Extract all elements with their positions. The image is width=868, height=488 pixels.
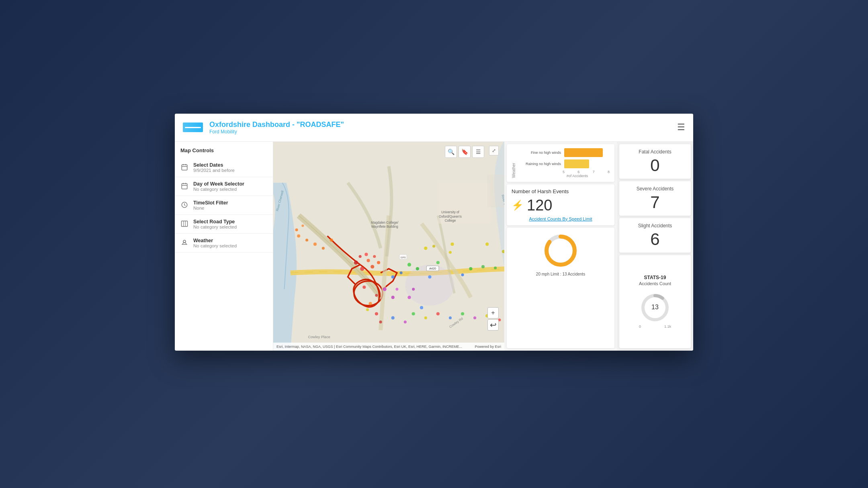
accident-counts-link[interactable]: Accident Counts By Speed Limit [512,216,610,221]
axis-label-6: 6 [577,170,579,174]
hamburger-menu[interactable]: ☰ [677,122,685,133]
weather-bar-container-1 [564,148,610,157]
svg-point-74 [473,316,476,319]
svg-point-33 [359,255,362,257]
weather-yaxis-label: Weather [512,148,516,178]
weather-label-1: Fine no high winds [521,151,561,155]
weather-bar-container-2 [564,159,610,168]
road-icon [180,220,188,228]
svg-point-32 [364,253,368,256]
stats19-title: STATS-19 [644,275,666,280]
svg-point-53 [432,245,435,247]
harsh-events-value: 120 [527,197,552,214]
app-window: Oxfordshire Dashboard - "ROADSAFE" Ford … [175,114,693,351]
speed-limit-label: 20 mph Limit : 13 Accidents [536,272,585,276]
search-map-button[interactable]: 🔍 [445,146,457,158]
svg-point-54 [450,242,454,245]
bookmark-map-button[interactable]: 🔖 [459,146,471,158]
calendar2-icon [180,182,188,190]
harsh-events-title: Number of Harsh Events [512,188,610,194]
zoom-in-button[interactable]: + [487,307,499,319]
svg-point-12 [183,240,186,243]
svg-point-36 [407,263,411,266]
svg-text:Magdalen College/: Magdalen College/ [371,221,399,224]
stats19-subtitle: Accidents Count [639,281,671,286]
header-title-group: Oxfordshire Dashboard - "ROADSAFE" Ford … [209,120,344,135]
svg-point-40 [481,265,485,268]
svg-point-50 [407,296,411,299]
calendar-icon [180,163,188,171]
svg-rect-4 [182,184,187,189]
map-attribution: Esri, Intermap, NASA, NGA, USGS | Esri C… [273,343,504,351]
weather-label: Weather [193,238,237,243]
svg-rect-17 [487,174,504,207]
svg-point-35 [373,255,376,257]
weather-chart: Fine no high winds Raining no high winds [521,148,610,168]
svg-point-52 [424,247,427,250]
svg-point-71 [436,312,440,315]
header: Oxfordshire Dashboard - "ROADSAFE" Ford … [175,114,693,142]
donut-container [542,233,579,269]
svg-text:Cowley Place: Cowley Place [308,335,330,339]
list-map-button[interactable]: ☰ [472,146,484,158]
logo [183,123,203,132]
day-of-week-content: Day of Week Selector No category selecte… [193,181,244,192]
gauge-svg: 13 [639,292,671,324]
clock-icon [180,201,188,209]
sidebar-item-weather[interactable]: Weather No category selected [175,234,273,253]
svg-point-46 [420,306,423,309]
road-type-content: Select Road Type No category selected [193,219,237,229]
svg-point-41 [494,266,497,269]
sidebar: Map Controls Select Dates 9/9/2021 and b… [175,142,273,351]
map-toolbar: 🔍 🔖 ☰ [445,146,484,158]
road-type-label: Select Road Type [193,219,237,225]
svg-point-48 [391,296,395,299]
logo-icon [185,127,201,128]
sidebar-title: Map Controls [175,147,273,158]
svg-point-39 [469,267,472,270]
map-zoom-controls: + ↩ [487,307,499,331]
stats19-gauge: 13 [639,292,671,324]
svg-point-30 [354,260,358,264]
svg-point-44 [428,275,431,278]
svg-point-31 [371,265,374,268]
svg-point-86 [547,237,575,265]
svg-rect-0 [182,165,187,170]
zoom-out-button[interactable]: ↩ [487,319,499,331]
svg-text:A420: A420 [429,267,436,270]
select-dates-content: Select Dates 9/9/2021 and before [193,162,235,173]
sidebar-item-select-dates[interactable]: Select Dates 9/9/2021 and before [175,158,273,177]
sidebar-item-timeslot[interactable]: TimeSlot Filter None [175,196,273,215]
map-svg: Magdalen College/ Waynflete Building Uni… [273,142,504,351]
weather-bar-1 [564,148,603,157]
weather-row-1: Fine no high winds [521,148,610,157]
weather-row-2: Raining no high winds [521,159,610,168]
map-area[interactable]: Magdalen College/ Waynflete Building Uni… [273,142,504,351]
svg-point-42 [391,275,395,278]
svg-text:University of: University of [441,210,460,214]
svg-point-73 [461,312,464,315]
svg-point-62 [297,234,300,237]
speed-limit-panel: 20 mph Limit : 13 Accidents [507,228,614,348]
svg-point-38 [436,261,440,264]
stats19-card: STATS-19 Accidents Count 13 0 1.1k [619,255,691,348]
severe-accidents-title: Severe Accidents [626,186,684,192]
svg-point-49 [395,288,398,290]
slight-accidents-value: 6 [626,231,684,248]
weather-label-2: Raining no high winds [521,162,561,166]
sidebar-item-road-type[interactable]: Select Road Type No category selected [175,215,273,234]
lightning-icon: ⚡ [512,200,524,211]
timeslot-value: None [193,206,228,210]
svg-point-57 [449,251,452,253]
svg-point-60 [313,242,317,245]
select-dates-label: Select Dates [193,162,235,168]
severe-accidents-card: Severe Accidents 7 [619,181,691,216]
expand-map-button[interactable]: ⤢ [489,146,499,155]
app-subtitle: Ford Mobility [209,129,344,135]
far-right-panels: Fatal Accidents 0 Severe Accidents 7 Sli… [617,142,693,351]
slight-accidents-card: Slight Accidents 6 [619,218,691,253]
svg-point-68 [404,321,407,323]
svg-point-43 [400,271,403,274]
sidebar-item-day-of-week[interactable]: Day of Week Selector No category selecte… [175,177,273,196]
select-dates-value: 9/9/2021 and before [193,168,235,173]
